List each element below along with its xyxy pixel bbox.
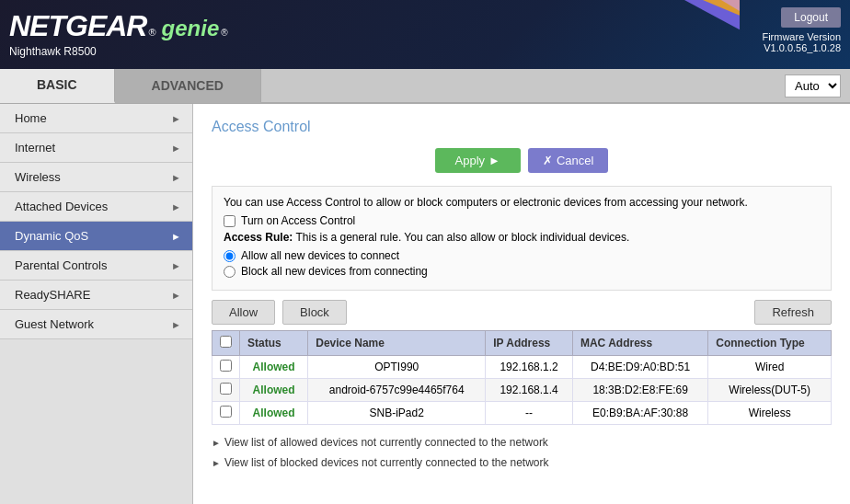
- row-device-name: android-6757c99e4465f764: [308, 379, 486, 402]
- firmware-info: Firmware Version V1.0.0.56_1.0.28: [762, 31, 841, 53]
- row-device-name: OPTI990: [308, 356, 486, 379]
- apply-button[interactable]: Apply ►: [435, 148, 521, 173]
- allow-button[interactable]: Allow: [212, 300, 275, 325]
- select-all-checkbox[interactable]: [220, 336, 232, 348]
- netgear-reg: ®: [148, 27, 155, 38]
- sidebar-label-wireless: Wireless: [15, 170, 61, 184]
- header-right: Logout Firmware Version V1.0.0.56_1.0.28: [762, 7, 841, 53]
- radio-block-label: Block all new devices from connecting: [241, 265, 428, 278]
- arrow-icon-dynamic: ►: [171, 231, 181, 242]
- sidebar-item-parental-controls[interactable]: Parental Controls ►: [0, 251, 192, 281]
- row-mac: D4:BE:D9:A0:BD:51: [572, 356, 707, 379]
- row-mac: E0:B9:BA:AF:30:88: [572, 402, 707, 425]
- table-row: Allowedandroid-6757c99e4465f764192.168.1…: [212, 379, 832, 402]
- model-name: Nighthawk R8500: [9, 45, 228, 58]
- table-row: AllowedOPTI990192.168.1.2D4:BE:D9:A0:BD:…: [212, 356, 832, 379]
- footer-links: ► View list of allowed devices not curre…: [212, 436, 832, 469]
- sidebar-label-readyshare: ReadySHARE: [15, 288, 90, 302]
- header: NETGEAR ® genie ® Nighthawk R8500 Logout…: [0, 0, 850, 69]
- logo-area: NETGEAR ® genie ® Nighthawk R8500: [9, 11, 228, 58]
- radio-allow-input[interactable]: [224, 250, 235, 262]
- nav-tabs: BASIC ADVANCED Auto: [0, 69, 850, 104]
- col-device-name: Device Name: [308, 331, 486, 356]
- row-conn-type: Wired: [708, 356, 832, 379]
- table-toolbar: Allow Block Refresh: [212, 300, 832, 325]
- radio-allow[interactable]: Allow all new devices to connect: [224, 249, 820, 262]
- row-status: Allowed: [240, 402, 308, 425]
- allowed-devices-link[interactable]: ► View list of allowed devices not curre…: [212, 436, 832, 449]
- info-section: You can use Access Control to allow or b…: [212, 186, 832, 291]
- sidebar-item-attached-devices[interactable]: Attached Devices ►: [0, 192, 192, 222]
- row-checkbox-0[interactable]: [220, 360, 232, 372]
- arrow-icon-parental: ►: [171, 260, 181, 271]
- toolbar: Apply ► ✗ Cancel: [212, 148, 832, 173]
- sidebar-label-internet: Internet: [15, 141, 55, 155]
- sidebar-label-guest: Guest Network: [15, 317, 94, 331]
- row-checkbox-cell: [212, 356, 240, 379]
- radio-allow-label: Allow all new devices to connect: [241, 249, 399, 262]
- turn-on-checkbox[interactable]: [224, 215, 235, 227]
- row-device-name: SNB-iPad2: [308, 402, 486, 425]
- sidebar-label-dynamic-qos: Dynamic QoS: [15, 229, 88, 243]
- radio-block-input[interactable]: [224, 266, 235, 278]
- row-mac: 18:3B:D2:E8:FE:69: [572, 379, 707, 402]
- row-conn-type: Wireless(DUT-5): [708, 379, 832, 402]
- genie-logo: genie: [162, 16, 220, 41]
- content-area: Access Control Apply ► ✗ Cancel You can …: [193, 104, 850, 504]
- access-rule: Access Rule: This is a general rule. You…: [224, 231, 820, 244]
- main-layout: Home ► Internet ► Wireless ► Attached De…: [0, 104, 850, 504]
- tab-basic[interactable]: BASIC: [0, 68, 115, 103]
- info-description: You can use Access Control to allow or b…: [224, 196, 820, 209]
- row-ip: 192.168.1.4: [486, 379, 573, 402]
- sidebar-item-dynamic-qos[interactable]: Dynamic QoS ►: [0, 222, 192, 251]
- arrow-icon-home: ►: [171, 113, 181, 124]
- auto-dropdown[interactable]: Auto: [785, 74, 841, 97]
- arrow-icon-guest: ►: [171, 319, 181, 330]
- row-checkbox-cell: [212, 402, 240, 425]
- sidebar-item-wireless[interactable]: Wireless ►: [0, 163, 192, 192]
- sidebar-item-internet[interactable]: Internet ►: [0, 133, 192, 163]
- row-ip: 192.168.1.2: [486, 356, 573, 379]
- devices-table: Status Device Name IP Address MAC Addres…: [212, 330, 832, 425]
- col-mac: MAC Address: [572, 331, 707, 356]
- sidebar-label-attached-devices: Attached Devices: [15, 200, 108, 213]
- sidebar-item-home[interactable]: Home ►: [0, 104, 192, 133]
- col-conn-type: Connection Type: [708, 331, 832, 356]
- blocked-link-text: View list of blocked devices not current…: [224, 456, 549, 469]
- cancel-button[interactable]: ✗ Cancel: [528, 148, 608, 173]
- col-status: Status: [240, 331, 308, 356]
- tri-icon-allowed: ►: [212, 438, 221, 448]
- sidebar-label-home: Home: [15, 111, 47, 125]
- access-rule-label: Access Rule:: [224, 231, 293, 244]
- tab-advanced[interactable]: ADVANCED: [115, 68, 261, 103]
- radio-block[interactable]: Block all new devices from connecting: [224, 265, 820, 278]
- col-ip: IP Address: [486, 331, 573, 356]
- row-checkbox-1[interactable]: [220, 383, 232, 395]
- arrow-icon-internet: ►: [171, 143, 181, 154]
- row-status: Allowed: [240, 379, 308, 402]
- row-ip: --: [486, 402, 573, 425]
- refresh-button[interactable]: Refresh: [754, 300, 832, 325]
- tri-icon-blocked: ►: [212, 458, 221, 468]
- row-checkbox-2[interactable]: [220, 406, 232, 418]
- row-conn-type: Wireless: [708, 402, 832, 425]
- arrow-icon-readyshare: ►: [171, 290, 181, 301]
- access-rule-desc: This is a general rule. You can also all…: [296, 231, 630, 244]
- col-checkbox: [212, 331, 240, 356]
- turn-on-label[interactable]: Turn on Access Control: [224, 214, 820, 227]
- sidebar-label-parental: Parental Controls: [15, 258, 107, 272]
- arrow-icon-attached: ►: [171, 201, 181, 212]
- turn-on-text: Turn on Access Control: [241, 214, 355, 227]
- page-title: Access Control: [212, 119, 832, 135]
- auto-select[interactable]: Auto: [785, 74, 841, 97]
- table-row: AllowedSNB-iPad2--E0:B9:BA:AF:30:88Wirel…: [212, 402, 832, 425]
- block-button[interactable]: Block: [282, 300, 347, 325]
- row-checkbox-cell: [212, 379, 240, 402]
- logout-button[interactable]: Logout: [781, 7, 841, 28]
- sidebar: Home ► Internet ► Wireless ► Attached De…: [0, 104, 193, 504]
- row-status: Allowed: [240, 356, 308, 379]
- sidebar-item-guest-network[interactable]: Guest Network ►: [0, 310, 192, 339]
- devices-tbody: AllowedOPTI990192.168.1.2D4:BE:D9:A0:BD:…: [212, 356, 832, 425]
- blocked-devices-link[interactable]: ► View list of blocked devices not curre…: [212, 456, 832, 469]
- sidebar-item-readyshare[interactable]: ReadySHARE ►: [0, 281, 192, 310]
